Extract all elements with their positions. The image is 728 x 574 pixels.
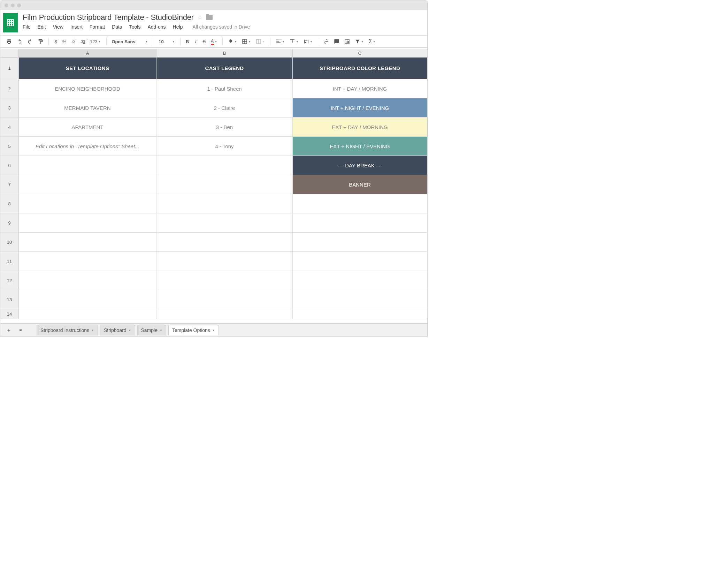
cell-b8[interactable]: [156, 194, 293, 213]
column-header-a[interactable]: A: [19, 49, 156, 57]
cell-a13[interactable]: [19, 290, 156, 309]
format-percent[interactable]: %: [61, 38, 68, 46]
cell-b9[interactable]: [156, 213, 293, 232]
row-header[interactable]: 12: [0, 271, 19, 290]
cell-a5[interactable]: Edit Locations in "Template Options" She…: [19, 137, 156, 156]
cell-a6[interactable]: [19, 156, 156, 175]
sheet-tab-stripboard[interactable]: Stripboard▼: [100, 325, 135, 335]
folder-icon[interactable]: [206, 15, 213, 20]
row-header[interactable]: 4: [0, 118, 19, 136]
format-currency[interactable]: $: [52, 38, 59, 46]
menu-tools[interactable]: Tools: [129, 24, 141, 30]
row-header[interactable]: 1: [0, 58, 19, 79]
all-sheets-button[interactable]: ≡: [16, 327, 25, 333]
cell-c9[interactable]: [293, 213, 427, 232]
add-sheet-button[interactable]: +: [4, 327, 14, 333]
cell-b5[interactable]: 4 - Tony: [156, 137, 293, 156]
column-header-c[interactable]: C: [293, 49, 427, 57]
cell-c14[interactable]: [293, 309, 427, 319]
cell-a7[interactable]: [19, 175, 156, 194]
bold-button[interactable]: B: [184, 38, 191, 46]
column-header-b[interactable]: B: [156, 49, 293, 57]
minimize-dot[interactable]: [11, 3, 15, 7]
italic-button[interactable]: I: [192, 37, 199, 46]
cell-c7[interactable]: BANNER: [293, 175, 427, 194]
row-header[interactable]: 5: [0, 137, 19, 156]
cell-b1[interactable]: CAST LEGEND: [156, 58, 293, 79]
row-header[interactable]: 10: [0, 233, 19, 251]
font-size-select[interactable]: 10▼: [157, 38, 176, 46]
close-dot[interactable]: [5, 3, 8, 7]
strikethrough-button[interactable]: S: [201, 38, 208, 46]
horizontal-align-icon[interactable]: ▼: [274, 37, 286, 46]
cell-b14[interactable]: [156, 309, 293, 319]
menu-view[interactable]: View: [53, 24, 63, 30]
decrease-decimal[interactable]: .0←: [70, 38, 77, 45]
redo-icon[interactable]: [25, 37, 35, 46]
cell-b12[interactable]: [156, 271, 293, 290]
text-wrap-icon[interactable]: ▼: [302, 37, 314, 46]
cell-c3[interactable]: INT + NIGHT / EVENING: [293, 98, 427, 117]
cell-a12[interactable]: [19, 271, 156, 290]
menu-help[interactable]: Help: [173, 24, 183, 30]
font-family-select[interactable]: Open Sans▼: [110, 38, 150, 46]
cell-b3[interactable]: 2 - Claire: [156, 98, 293, 117]
sheet-tab-template-options[interactable]: Template Options▼: [168, 325, 219, 335]
cell-b10[interactable]: [156, 233, 293, 251]
menu-addons[interactable]: Add-ons: [147, 24, 166, 30]
menu-edit[interactable]: Edit: [38, 24, 46, 30]
cell-b11[interactable]: [156, 252, 293, 271]
cell-c6[interactable]: — DAY BREAK —: [293, 156, 427, 175]
cell-a11[interactable]: [19, 252, 156, 271]
row-header[interactable]: 9: [0, 213, 19, 232]
cell-a8[interactable]: [19, 194, 156, 213]
sheet-tab-stripboard-instructions[interactable]: Stripboard Instructions▼: [37, 325, 98, 335]
cell-a9[interactable]: [19, 213, 156, 232]
row-header[interactable]: 3: [0, 98, 19, 117]
row-header[interactable]: 8: [0, 194, 19, 213]
more-formats[interactable]: 123▼: [88, 38, 103, 46]
menu-file[interactable]: File: [23, 24, 31, 30]
cell-c11[interactable]: [293, 252, 427, 271]
cell-a4[interactable]: APARTMENT: [19, 118, 156, 136]
spreadsheet-grid[interactable]: A B C 1 SET LOCATIONS CAST LEGEND STRIPB…: [0, 49, 427, 323]
merge-cells-icon[interactable]: ▼: [254, 37, 267, 46]
cell-c4[interactable]: EXT + DAY / MORNING: [293, 118, 427, 136]
select-all-corner[interactable]: [0, 49, 19, 57]
row-header[interactable]: 14: [0, 309, 19, 319]
cell-c5[interactable]: EXT + NIGHT / EVENING: [293, 137, 427, 156]
cell-c8[interactable]: [293, 194, 427, 213]
paint-format-icon[interactable]: [36, 37, 45, 46]
document-title[interactable]: Film Production Stripboard Template - St…: [23, 13, 194, 22]
cell-c13[interactable]: [293, 290, 427, 309]
fill-color-icon[interactable]: ▼: [226, 37, 239, 46]
insert-link-icon[interactable]: [322, 37, 331, 46]
text-color-button[interactable]: A▼: [209, 37, 219, 46]
insert-comment-icon[interactable]: [332, 37, 341, 46]
insert-chart-icon[interactable]: [343, 37, 352, 46]
row-header[interactable]: 6: [0, 156, 19, 175]
increase-decimal[interactable]: .00→: [78, 38, 87, 45]
menu-data[interactable]: Data: [112, 24, 122, 30]
undo-icon[interactable]: [15, 37, 24, 46]
star-icon[interactable]: ☆: [197, 14, 203, 21]
row-header[interactable]: 11: [0, 252, 19, 271]
cell-c10[interactable]: [293, 233, 427, 251]
menu-insert[interactable]: Insert: [70, 24, 83, 30]
cell-a2[interactable]: ENCINO NEIGHBORHOOD: [19, 79, 156, 98]
row-header[interactable]: 7: [0, 175, 19, 194]
cell-a14[interactable]: [19, 309, 156, 319]
functions-icon[interactable]: Σ▼: [367, 37, 377, 46]
cell-b7[interactable]: [156, 175, 293, 194]
zoom-dot[interactable]: [17, 3, 21, 7]
filter-icon[interactable]: ▼: [353, 37, 366, 46]
cell-c12[interactable]: [293, 271, 427, 290]
sheets-logo[interactable]: [3, 13, 18, 32]
cell-b13[interactable]: [156, 290, 293, 309]
cell-a1[interactable]: SET LOCATIONS: [19, 58, 156, 79]
cell-b4[interactable]: 3 - Ben: [156, 118, 293, 136]
borders-icon[interactable]: ▼: [240, 37, 253, 46]
cell-b2[interactable]: 1 - Paul Sheen: [156, 79, 293, 98]
cell-c2[interactable]: INT + DAY / MORNING: [293, 79, 427, 98]
print-icon[interactable]: [5, 37, 14, 46]
